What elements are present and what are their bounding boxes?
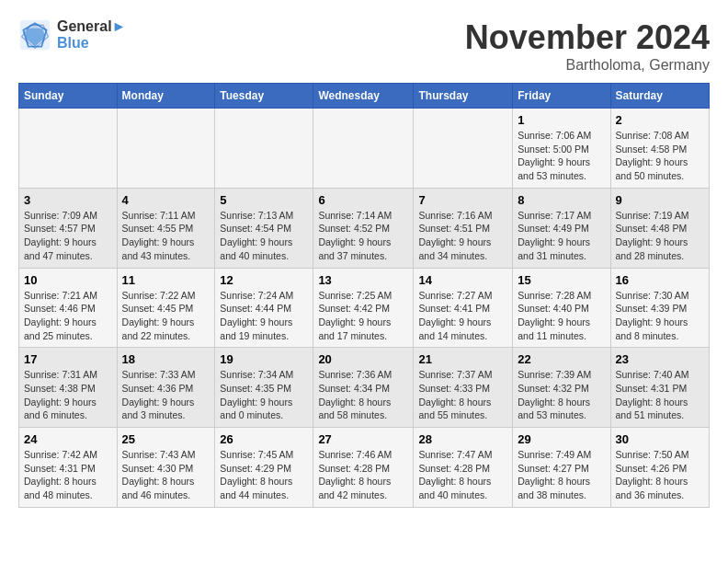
calendar-cell: 24Sunrise: 7:42 AM Sunset: 4:31 PM Dayli…	[19, 428, 118, 508]
weekday-header: Saturday	[610, 84, 710, 109]
calendar-week-row: 24Sunrise: 7:42 AM Sunset: 4:31 PM Dayli…	[19, 428, 710, 508]
calendar-cell: 16Sunrise: 7:30 AM Sunset: 4:39 PM Dayli…	[610, 268, 710, 348]
day-number: 20	[318, 352, 408, 366]
day-info: Sunrise: 7:14 AM Sunset: 4:52 PM Dayligh…	[318, 209, 408, 263]
day-info: Sunrise: 7:45 AM Sunset: 4:29 PM Dayligh…	[220, 448, 308, 502]
calendar-cell: 12Sunrise: 7:24 AM Sunset: 4:44 PM Dayli…	[215, 268, 313, 348]
logo-text: General► Blue	[57, 18, 126, 52]
day-info: Sunrise: 7:31 AM Sunset: 4:38 PM Dayligh…	[24, 368, 112, 422]
calendar-cell: 2Sunrise: 7:08 AM Sunset: 4:58 PM Daylig…	[610, 109, 710, 189]
calendar-cell: 11Sunrise: 7:22 AM Sunset: 4:45 PM Dayli…	[117, 268, 215, 348]
day-info: Sunrise: 7:22 AM Sunset: 4:45 PM Dayligh…	[122, 289, 210, 343]
day-number: 28	[418, 432, 507, 446]
calendar-cell: 17Sunrise: 7:31 AM Sunset: 4:38 PM Dayli…	[19, 348, 118, 428]
day-number: 16	[616, 273, 705, 287]
day-info: Sunrise: 7:13 AM Sunset: 4:54 PM Dayligh…	[220, 209, 308, 263]
calendar-week-row: 1Sunrise: 7:06 AM Sunset: 5:00 PM Daylig…	[19, 109, 710, 189]
calendar-cell: 3Sunrise: 7:09 AM Sunset: 4:57 PM Daylig…	[19, 188, 118, 268]
calendar-cell: 21Sunrise: 7:37 AM Sunset: 4:33 PM Dayli…	[414, 348, 513, 428]
page-header: General► Blue November 2024 Bartholoma, …	[18, 18, 710, 74]
calendar-week-row: 10Sunrise: 7:21 AM Sunset: 4:46 PM Dayli…	[19, 268, 710, 348]
day-number: 8	[518, 193, 605, 207]
location: Bartholoma, Germany	[465, 57, 710, 74]
day-info: Sunrise: 7:19 AM Sunset: 4:48 PM Dayligh…	[616, 209, 705, 263]
day-number: 2	[616, 113, 705, 127]
calendar-cell: 18Sunrise: 7:33 AM Sunset: 4:36 PM Dayli…	[117, 348, 215, 428]
day-info: Sunrise: 7:33 AM Sunset: 4:36 PM Dayligh…	[122, 368, 210, 422]
calendar-cell: 29Sunrise: 7:49 AM Sunset: 4:27 PM Dayli…	[513, 428, 610, 508]
weekday-header-row: SundayMondayTuesdayWednesdayThursdayFrid…	[19, 84, 710, 109]
day-number: 14	[418, 273, 507, 287]
calendar-cell	[313, 109, 414, 189]
day-info: Sunrise: 7:16 AM Sunset: 4:51 PM Dayligh…	[418, 209, 507, 263]
calendar-cell: 13Sunrise: 7:25 AM Sunset: 4:42 PM Dayli…	[313, 268, 414, 348]
day-info: Sunrise: 7:25 AM Sunset: 4:42 PM Dayligh…	[318, 289, 408, 343]
weekday-header: Monday	[117, 84, 215, 109]
day-number: 19	[220, 352, 308, 366]
day-number: 26	[220, 432, 308, 446]
day-number: 12	[220, 273, 308, 287]
day-number: 11	[122, 273, 210, 287]
calendar-cell: 26Sunrise: 7:45 AM Sunset: 4:29 PM Dayli…	[215, 428, 313, 508]
day-number: 7	[418, 193, 507, 207]
calendar-cell: 10Sunrise: 7:21 AM Sunset: 4:46 PM Dayli…	[19, 268, 118, 348]
day-info: Sunrise: 7:09 AM Sunset: 4:57 PM Dayligh…	[24, 209, 112, 263]
day-number: 4	[122, 193, 210, 207]
day-number: 10	[24, 273, 112, 287]
day-info: Sunrise: 7:47 AM Sunset: 4:28 PM Dayligh…	[418, 448, 507, 502]
calendar-week-row: 17Sunrise: 7:31 AM Sunset: 4:38 PM Dayli…	[19, 348, 710, 428]
weekday-header: Wednesday	[313, 84, 414, 109]
day-info: Sunrise: 7:17 AM Sunset: 4:49 PM Dayligh…	[518, 209, 605, 263]
weekday-header: Tuesday	[215, 84, 313, 109]
day-number: 25	[122, 432, 210, 446]
calendar-cell: 15Sunrise: 7:28 AM Sunset: 4:40 PM Dayli…	[513, 268, 610, 348]
calendar-cell: 14Sunrise: 7:27 AM Sunset: 4:41 PM Dayli…	[414, 268, 513, 348]
calendar-cell: 5Sunrise: 7:13 AM Sunset: 4:54 PM Daylig…	[215, 188, 313, 268]
day-info: Sunrise: 7:08 AM Sunset: 4:58 PM Dayligh…	[616, 129, 705, 183]
calendar-cell: 19Sunrise: 7:34 AM Sunset: 4:35 PM Dayli…	[215, 348, 313, 428]
day-info: Sunrise: 7:27 AM Sunset: 4:41 PM Dayligh…	[418, 289, 507, 343]
calendar-cell	[215, 109, 313, 189]
day-number: 13	[318, 273, 408, 287]
day-info: Sunrise: 7:43 AM Sunset: 4:30 PM Dayligh…	[122, 448, 210, 502]
month-title: November 2024	[465, 18, 710, 57]
calendar-cell: 8Sunrise: 7:17 AM Sunset: 4:49 PM Daylig…	[513, 188, 610, 268]
calendar-cell	[414, 109, 513, 189]
logo: General► Blue	[18, 18, 126, 52]
day-info: Sunrise: 7:39 AM Sunset: 4:32 PM Dayligh…	[518, 368, 605, 422]
weekday-header: Thursday	[414, 84, 513, 109]
calendar-cell: 25Sunrise: 7:43 AM Sunset: 4:30 PM Dayli…	[117, 428, 215, 508]
day-info: Sunrise: 7:37 AM Sunset: 4:33 PM Dayligh…	[418, 368, 507, 422]
day-info: Sunrise: 7:34 AM Sunset: 4:35 PM Dayligh…	[220, 368, 308, 422]
weekday-header: Sunday	[19, 84, 118, 109]
day-info: Sunrise: 7:11 AM Sunset: 4:55 PM Dayligh…	[122, 209, 210, 263]
calendar-cell: 9Sunrise: 7:19 AM Sunset: 4:48 PM Daylig…	[610, 188, 710, 268]
calendar-cell: 28Sunrise: 7:47 AM Sunset: 4:28 PM Dayli…	[414, 428, 513, 508]
day-info: Sunrise: 7:42 AM Sunset: 4:31 PM Dayligh…	[24, 448, 112, 502]
day-info: Sunrise: 7:50 AM Sunset: 4:26 PM Dayligh…	[616, 448, 705, 502]
calendar-cell: 27Sunrise: 7:46 AM Sunset: 4:28 PM Dayli…	[313, 428, 414, 508]
day-info: Sunrise: 7:21 AM Sunset: 4:46 PM Dayligh…	[24, 289, 112, 343]
day-number: 18	[122, 352, 210, 366]
day-number: 1	[518, 113, 605, 127]
calendar-cell: 30Sunrise: 7:50 AM Sunset: 4:26 PM Dayli…	[610, 428, 710, 508]
calendar-cell: 7Sunrise: 7:16 AM Sunset: 4:51 PM Daylig…	[414, 188, 513, 268]
day-info: Sunrise: 7:46 AM Sunset: 4:28 PM Dayligh…	[318, 448, 408, 502]
day-number: 5	[220, 193, 308, 207]
calendar-cell: 4Sunrise: 7:11 AM Sunset: 4:55 PM Daylig…	[117, 188, 215, 268]
day-info: Sunrise: 7:28 AM Sunset: 4:40 PM Dayligh…	[518, 289, 605, 343]
calendar-table: SundayMondayTuesdayWednesdayThursdayFrid…	[18, 83, 710, 508]
day-number: 21	[418, 352, 507, 366]
calendar-week-row: 3Sunrise: 7:09 AM Sunset: 4:57 PM Daylig…	[19, 188, 710, 268]
calendar-cell: 23Sunrise: 7:40 AM Sunset: 4:31 PM Dayli…	[610, 348, 710, 428]
day-number: 22	[518, 352, 605, 366]
day-number: 6	[318, 193, 408, 207]
day-number: 9	[616, 193, 705, 207]
day-number: 17	[24, 352, 112, 366]
day-info: Sunrise: 7:40 AM Sunset: 4:31 PM Dayligh…	[616, 368, 705, 422]
day-info: Sunrise: 7:36 AM Sunset: 4:34 PM Dayligh…	[318, 368, 408, 422]
calendar-cell: 22Sunrise: 7:39 AM Sunset: 4:32 PM Dayli…	[513, 348, 610, 428]
weekday-header: Friday	[513, 84, 610, 109]
day-info: Sunrise: 7:49 AM Sunset: 4:27 PM Dayligh…	[518, 448, 605, 502]
day-number: 3	[24, 193, 112, 207]
